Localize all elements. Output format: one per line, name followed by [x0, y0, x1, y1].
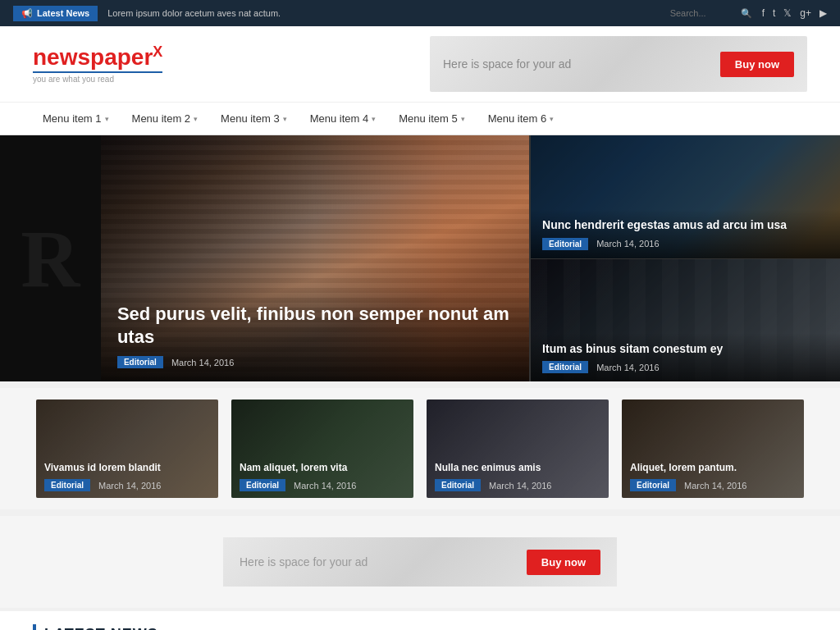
hero-main-overlay: Sed purus velit, finibus non semper nonu… — [101, 290, 529, 381]
buy-now-button-2[interactable]: Buy now — [527, 550, 600, 575]
hero-side-top-title: Nunc hendrerit egestas amus ad arcu im u… — [542, 217, 829, 232]
small-card-3[interactable]: Nulla nec enimus amis Editorial March 14… — [427, 399, 609, 498]
logo-text-main: newspaper — [33, 45, 153, 71]
nav-label-1: Menu item 1 — [43, 112, 102, 125]
nav-item-3[interactable]: Menu item 3 ▾ — [211, 106, 297, 131]
nav-item-1[interactable]: Menu item 1 ▾ — [33, 106, 119, 131]
hero-side-panel: R — [0, 135, 101, 381]
editorial-badge-side-bottom: Editorial — [542, 361, 588, 373]
small-card-1[interactable]: Vivamus id lorem blandit Editorial March… — [36, 399, 218, 498]
megaphone-icon: 📢 — [21, 8, 33, 19]
nav-item-5[interactable]: Menu item 5 ▾ — [389, 106, 475, 131]
card-3-title: Nulla nec enimus amis — [435, 462, 600, 475]
hero-side-bottom-date: March 14, 2016 — [596, 363, 659, 372]
card-2-meta: Editorial March 14, 2016 — [240, 479, 405, 491]
card-1-date: March 14, 2016 — [98, 481, 161, 491]
logo-tagline: you are what you read — [33, 71, 162, 84]
card-2-title: Nam aliquet, lorem vita — [240, 462, 405, 475]
card-1-badge: Editorial — [44, 479, 90, 491]
card-2-badge: Editorial — [240, 479, 285, 491]
site-header: newspaperX you are what you read Here is… — [0, 26, 840, 103]
chevron-down-icon-1: ▾ — [105, 115, 109, 123]
nav-item-6[interactable]: Menu item 6 ▾ — [478, 106, 564, 131]
search-input[interactable] — [670, 8, 736, 18]
hero-side-bottom-title: Itum as binus sitam conestum ey — [542, 341, 829, 356]
search-area[interactable]: 🔍 — [670, 8, 752, 19]
hero-right-column: Nunc hendrerit egestas amus ad arcu im u… — [529, 135, 840, 381]
decorative-letter: R — [21, 212, 80, 306]
hero-main-date: March 14, 2016 — [171, 358, 234, 368]
googleplus-icon[interactable]: g+ — [800, 7, 811, 19]
small-card-4[interactable]: Aliquet, lorem pantum. Editorial March 1… — [622, 399, 804, 498]
hero-side-bottom-overlay: Itum as binus sitam conestum ey Editoria… — [531, 333, 840, 381]
card-1-overlay: Vivamus id lorem blandit Editorial March… — [36, 399, 218, 498]
card-3-meta: Editorial March 14, 2016 — [435, 479, 600, 491]
card-3-overlay: Nulla nec enimus amis Editorial March 14… — [427, 399, 609, 498]
hero-section: R Sed purus velit, finibus non semper no… — [0, 135, 840, 381]
ad-section-2: Here is space for your ad Buy now — [0, 516, 840, 608]
editorial-badge-side-top: Editorial — [542, 238, 588, 250]
hero-side-top-overlay: Nunc hendrerit egestas amus ad arcu im u… — [531, 209, 840, 258]
nav-label-4: Menu item 4 — [310, 112, 369, 125]
card-4-meta: Editorial March 14, 2016 — [630, 479, 796, 491]
card-4-badge: Editorial — [630, 479, 676, 491]
chevron-down-icon-3: ▾ — [283, 115, 287, 123]
hero-side-bottom-meta: Editorial March 14, 2016 — [542, 361, 829, 373]
chevron-down-icon-6: ▾ — [550, 115, 554, 123]
card-4-date: March 14, 2016 — [684, 481, 746, 491]
search-icon[interactable]: 🔍 — [741, 8, 752, 19]
card-3-badge: Editorial — [435, 479, 481, 491]
card-2-date: March 14, 2016 — [294, 481, 356, 491]
hero-side-top-meta: Editorial March 14, 2016 — [542, 238, 829, 250]
nav-item-2[interactable]: Menu item 2 ▾ — [122, 106, 208, 131]
card-2-overlay: Nam aliquet, lorem vita Editorial March … — [231, 399, 413, 498]
nav-label-3: Menu item 3 — [221, 112, 280, 125]
hero-main-meta: Editorial March 14, 2016 — [117, 356, 513, 368]
logo-name: newspaperX — [33, 44, 162, 69]
card-3-date: March 14, 2016 — [489, 481, 551, 491]
latest-news-badge: 📢 Latest News — [13, 6, 98, 21]
latest-news-section: LATEST NEWS — [0, 611, 840, 630]
latest-news-title: LATEST NEWS — [44, 626, 158, 631]
youtube-icon[interactable]: ▶ — [819, 7, 827, 19]
hero-side-article-bottom[interactable]: Itum as binus sitam conestum ey Editoria… — [529, 259, 840, 382]
latest-news-header: LATEST NEWS — [33, 624, 807, 630]
twitter-icon[interactable]: 𝕏 — [783, 7, 792, 19]
section-bar — [33, 624, 36, 630]
section-divider-2 — [0, 509, 840, 516]
buy-now-button[interactable]: Buy now — [720, 52, 794, 77]
nav-label-2: Menu item 2 — [132, 112, 191, 125]
nav-item-4[interactable]: Menu item 4 ▾ — [300, 106, 386, 131]
section-divider-1 — [0, 381, 840, 388]
card-4-title: Aliquet, lorem pantum. — [630, 462, 796, 475]
hero-side-top-date: March 14, 2016 — [596, 239, 659, 249]
header-ad-banner: Here is space for your ad Buy now — [430, 36, 807, 92]
chevron-down-icon-5: ▾ — [461, 115, 465, 123]
cards-section: Vivamus id lorem blandit Editorial March… — [0, 388, 840, 509]
tumblr-icon[interactable]: t — [773, 7, 775, 19]
hero-main-title: Sed purus velit, finibus non semper nonu… — [117, 303, 513, 349]
chevron-down-icon-2: ▾ — [194, 115, 198, 123]
chevron-down-icon-4: ▾ — [372, 115, 376, 123]
nav-label-5: Menu item 5 — [399, 112, 458, 125]
main-nav: Menu item 1 ▾ Menu item 2 ▾ Menu item 3 … — [0, 103, 840, 135]
card-1-meta: Editorial March 14, 2016 — [44, 479, 210, 491]
facebook-icon[interactable]: f — [762, 7, 765, 19]
news-ticker: Lorem ipsum dolor acetum aves nat actum. — [107, 8, 660, 18]
site-logo[interactable]: newspaperX you are what you read — [33, 44, 162, 83]
latest-news-label: Latest News — [37, 8, 89, 18]
ad-banner-2: Here is space for your ad Buy now — [223, 537, 617, 587]
social-icons: f t 𝕏 g+ ▶ — [762, 7, 827, 19]
cards-grid: Vivamus id lorem blandit Editorial March… — [33, 399, 807, 498]
logo-x: X — [153, 43, 162, 60]
ad-banner-text: Here is space for your ad — [443, 57, 707, 71]
card-1-title: Vivamus id lorem blandit — [44, 462, 210, 475]
top-bar: 📢 Latest News Lorem ipsum dolor acetum a… — [0, 0, 840, 26]
hero-side-article-top[interactable]: Nunc hendrerit egestas amus ad arcu im u… — [529, 135, 840, 259]
editorial-badge-main: Editorial — [117, 356, 163, 368]
nav-label-6: Menu item 6 — [488, 112, 547, 125]
small-card-2[interactable]: Nam aliquet, lorem vita Editorial March … — [231, 399, 413, 498]
ad-banner-2-text: Here is space for your ad — [240, 555, 510, 568]
hero-main-article[interactable]: Sed purus velit, finibus non semper nonu… — [101, 135, 529, 381]
card-4-overlay: Aliquet, lorem pantum. Editorial March 1… — [622, 399, 804, 498]
